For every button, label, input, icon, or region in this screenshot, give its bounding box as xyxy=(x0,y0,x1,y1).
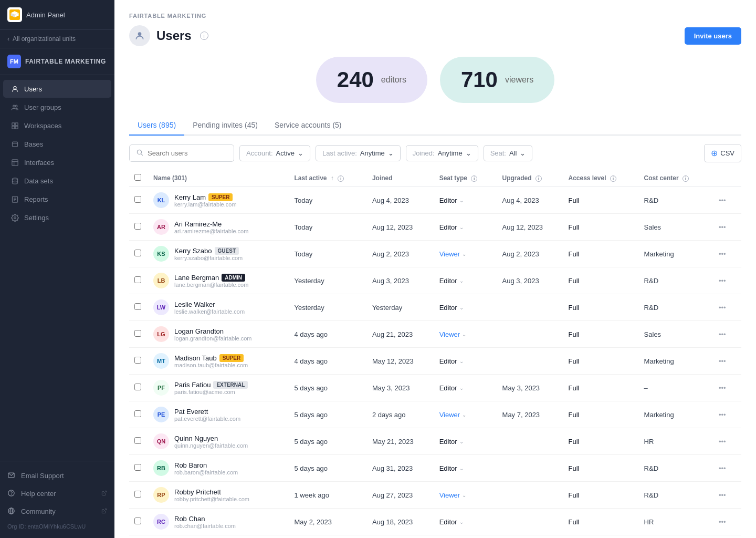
row-checkbox[interactable] xyxy=(134,276,141,283)
invite-users-button[interactable]: Invite users xyxy=(685,27,741,45)
seat-filter[interactable]: Seat: All ⌄ xyxy=(484,145,533,161)
access-level-value: Full xyxy=(568,411,579,419)
seat-type-value: Viewer xyxy=(439,491,460,499)
sidebar-item-user-groups[interactable]: User groups xyxy=(3,98,111,116)
joined-filter[interactable]: Joined: Anytime ⌄ xyxy=(406,145,478,161)
seat-filter-value: All xyxy=(509,149,517,157)
row-checkbox-cell xyxy=(129,348,148,375)
sidebar-logo[interactable]: Admin Panel xyxy=(7,7,65,22)
sidebar-item-bases[interactable]: Bases xyxy=(3,135,111,153)
logo-box xyxy=(7,7,22,22)
user-display-name: Kerry Lam SUPER xyxy=(174,193,237,201)
row-actions-button[interactable]: ••• xyxy=(716,249,729,259)
account-filter[interactable]: Account: Active ⌄ xyxy=(239,145,310,161)
row-actions-button[interactable]: ••• xyxy=(716,383,729,393)
seat-type-value: Editor xyxy=(439,304,457,312)
user-name-cell: RC Rob Chan rob.chan@fairtable.com xyxy=(148,509,289,535)
row-actions-button[interactable]: ••• xyxy=(716,356,729,366)
seat-type-info-icon[interactable]: i xyxy=(471,175,477,182)
seat-type-chevron[interactable]: ⌄ xyxy=(459,385,464,391)
row-checkbox[interactable] xyxy=(134,410,141,417)
upgraded-info-icon[interactable]: i xyxy=(536,175,542,182)
tabs-row: Users (895)Pending invites (45)Service a… xyxy=(129,116,741,136)
search-input[interactable] xyxy=(148,149,227,157)
row-actions-button[interactable]: ••• xyxy=(716,517,729,527)
row-actions-button[interactable]: ••• xyxy=(716,437,729,447)
row-checkbox[interactable] xyxy=(134,330,141,337)
row-checkbox[interactable] xyxy=(134,357,141,364)
cost-center-cell: Sales xyxy=(639,535,710,539)
sidebar-item-data-sets[interactable]: Data sets xyxy=(3,172,111,190)
back-link[interactable]: ‹ All organizational units xyxy=(0,30,114,48)
table-row: LB Lane Bergman ADMIN lane.bergman@fairt… xyxy=(129,267,741,294)
row-checkbox[interactable] xyxy=(134,518,141,524)
table-row: KS Kerry Szabo GUEST kerry.szabo@fairtab… xyxy=(129,241,741,267)
row-actions-button[interactable]: ••• xyxy=(716,329,729,339)
seat-type-cell: Editor ⌄ xyxy=(434,535,497,539)
last-active-info-icon[interactable]: i xyxy=(338,175,344,182)
seat-type-chevron[interactable]: ⌄ xyxy=(459,358,464,364)
cost-center-cell: Marketing xyxy=(639,348,710,375)
sidebar-bottom-help-center[interactable]: Help center xyxy=(0,484,114,502)
joined-col-header: Joined xyxy=(367,170,434,187)
sidebar-item-users[interactable]: Users xyxy=(3,80,111,98)
seat-type-chevron[interactable]: ⌄ xyxy=(459,278,464,284)
seat-type-chevron[interactable]: ⌄ xyxy=(462,412,466,418)
sidebar-item-reports[interactable]: Reports xyxy=(3,190,111,208)
row-checkbox[interactable] xyxy=(134,437,141,444)
joined-cell: Yesterday xyxy=(367,294,434,321)
row-checkbox[interactable] xyxy=(134,303,141,310)
sidebar-bottom-email-support[interactable]: Email Support xyxy=(0,467,114,484)
table-row: QN Quinn Nguyen quinn.nguyen@fairtable.c… xyxy=(129,428,741,455)
tab-service[interactable]: Service accounts (5) xyxy=(266,116,350,136)
seat-type-chevron[interactable]: ⌄ xyxy=(462,332,466,337)
row-checkbox[interactable] xyxy=(134,464,141,471)
access-level-value: Full xyxy=(568,491,579,499)
page-title-info-icon[interactable]: i xyxy=(200,32,208,40)
last-active-cell: 5 days ago xyxy=(289,401,366,428)
row-checkbox[interactable] xyxy=(134,223,141,230)
row-checkbox[interactable] xyxy=(134,384,141,390)
tab-users[interactable]: Users (895) xyxy=(129,116,184,136)
sidebar-item-interfaces[interactable]: Interfaces xyxy=(3,153,111,171)
seat-type-cell: Viewer ⌄ xyxy=(434,241,497,267)
row-actions-button[interactable]: ••• xyxy=(716,463,729,473)
search-box[interactable] xyxy=(129,144,234,162)
seat-type-chevron[interactable]: ⌄ xyxy=(459,519,464,525)
cost-center-cell: R&D xyxy=(639,294,710,321)
row-checkbox[interactable] xyxy=(134,196,141,203)
access-info-icon[interactable]: i xyxy=(610,175,616,182)
row-actions-button[interactable]: ••• xyxy=(716,222,729,232)
row-actions-button[interactable]: ••• xyxy=(716,195,729,205)
seat-type-chevron[interactable]: ⌄ xyxy=(459,439,464,444)
svg-point-13 xyxy=(12,178,17,180)
cost-center-info-icon[interactable]: i xyxy=(682,175,689,182)
row-actions-button[interactable]: ••• xyxy=(716,303,729,313)
cost-center-col-header: Cost center i xyxy=(639,170,710,187)
table-row: RC Rob Chan rob.chan@fairtable.com May 2… xyxy=(129,509,741,535)
upgraded-cell xyxy=(497,428,563,455)
csv-button[interactable]: ⊕ CSV xyxy=(704,144,741,162)
row-checkbox[interactable] xyxy=(134,491,141,498)
seat-type-chevron[interactable]: ⌄ xyxy=(459,198,464,203)
sidebar-item-workspaces[interactable]: Workspaces xyxy=(3,117,111,134)
user-info: Kerry Szabo GUEST kerry.szabo@fairtable.… xyxy=(174,247,243,261)
seat-type-chevron[interactable]: ⌄ xyxy=(462,492,466,498)
last-active-filter[interactable]: Last active: Anytime ⌄ xyxy=(316,145,401,161)
sort-icon[interactable]: ↑ xyxy=(331,174,334,182)
row-actions-button[interactable]: ••• xyxy=(716,490,729,500)
seat-type-chevron[interactable]: ⌄ xyxy=(459,305,464,311)
row-actions-button[interactable]: ••• xyxy=(716,276,729,286)
sidebar-bottom-community[interactable]: Community xyxy=(0,502,114,520)
select-all-checkbox[interactable] xyxy=(134,174,141,181)
row-checkbox[interactable] xyxy=(134,250,141,256)
row-actions-button[interactable]: ••• xyxy=(716,410,729,420)
sidebar-item-settings[interactable]: Settings xyxy=(3,209,111,226)
table-row: RP Robby Pritchett robby.pritchett@fairt… xyxy=(129,482,741,509)
seat-type-chevron[interactable]: ⌄ xyxy=(459,465,464,471)
seat-type-chevron[interactable]: ⌄ xyxy=(459,224,464,230)
table-header-row: Name (301) Last active ↑ i Joined Seat t… xyxy=(129,170,741,187)
seat-type-chevron[interactable]: ⌄ xyxy=(462,251,466,257)
sidebar-item-label-users: Users xyxy=(24,85,42,93)
tab-pending[interactable]: Pending invites (45) xyxy=(184,116,266,136)
